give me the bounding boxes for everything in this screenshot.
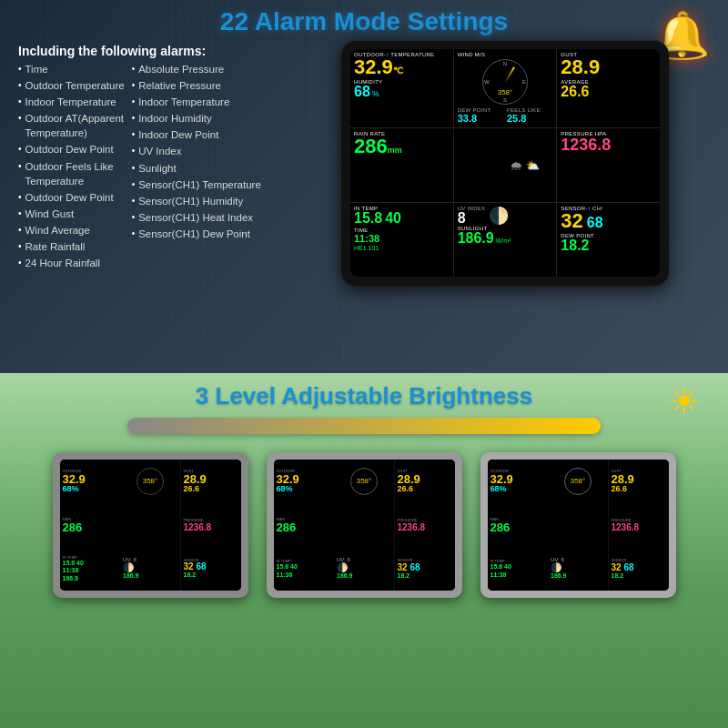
bottom-section: 3 Level Adjustable Brightness ☀ OUTDOOR … bbox=[0, 373, 728, 728]
list-item: •Wind Gust bbox=[18, 207, 125, 221]
sc-uv-1: UV: 8 🌓 186.9 bbox=[120, 547, 180, 591]
weather-cell: ☁ 🌤 🌧 ⛅ bbox=[454, 128, 557, 202]
sc-indoor-2: IN TEMP 15.8 40 11:38 bbox=[274, 547, 334, 591]
pressure-value: 1236.8 bbox=[561, 136, 656, 153]
list-item: •Indoor Humidity bbox=[132, 111, 261, 126]
alarm-col-2: •Absolute Pressure •Relative Pressure •I… bbox=[132, 62, 261, 270]
sc-gust-1: GUST 28.9 26.6 bbox=[181, 460, 241, 503]
sc-wind-1: 358° bbox=[120, 460, 180, 503]
small-display-1: OUTDOOR 32.9 68% 358° GUST 28.9 26.6 RAI… bbox=[60, 460, 241, 591]
sc-pressure-2: PRESSURE 1236.8 bbox=[395, 503, 455, 547]
sc-weather-1: ☁🌤 bbox=[120, 503, 180, 547]
sc-pressure-3: PRESSURE 1236.8 bbox=[609, 503, 669, 547]
sun-cloud-icon: 🌤 bbox=[491, 157, 506, 174]
sunlight-unit: W/m² bbox=[496, 238, 511, 244]
moon-icon: 🌓 bbox=[489, 206, 509, 226]
compass-e: E bbox=[522, 79, 526, 85]
sunlight-value: 186.9 bbox=[458, 231, 494, 246]
alarm-list: Including the following alarms: •Time •O… bbox=[9, 40, 282, 286]
sc-uv-2: UV: 8 🌓 186.9 bbox=[334, 547, 394, 591]
list-item: •Outdoor Feels LikeTemperature bbox=[18, 159, 125, 188]
brightness-bar-container bbox=[0, 418, 728, 434]
list-item: •Outdoor Dew Point bbox=[18, 142, 125, 157]
sun-icon: ☀ bbox=[668, 380, 701, 422]
compass-value: 358° bbox=[498, 88, 513, 96]
humidity-unit: % bbox=[372, 89, 379, 98]
sc-rain-1: RAIN 286 bbox=[60, 503, 120, 547]
small-device-2: OUTDOOR 32.9 68% 358° GUST 28.9 26.6 RAI… bbox=[267, 452, 462, 598]
weather-icon4: ⛅ bbox=[526, 159, 540, 172]
weather-station-device: OUTDOOR-↑ TEMPERATURE 32.9℃ HUMIDITY 68 … bbox=[341, 40, 669, 286]
small-device-3: OUTDOOR 32.9 68% 358° GUST 28.9 26.6 RAI… bbox=[480, 452, 676, 598]
sc-uv-3: UV: 8 🌓 186.9 bbox=[548, 547, 608, 591]
sc-wind-3: 358° bbox=[548, 460, 608, 503]
list-item: •Sensor(CH1) Dew Point bbox=[132, 227, 261, 241]
sc-gust-3: GUST 28.9 26.6 bbox=[609, 460, 669, 503]
list-item: •Sensor(CH1) Temperature bbox=[132, 177, 261, 192]
alarm-subtitle: Including the following alarms: bbox=[18, 44, 282, 58]
dew-value: 33.8 bbox=[458, 113, 503, 125]
list-item: •Indoor Dew Point bbox=[132, 127, 261, 142]
sc-indoor-3: IN TEMP 15.8 40 11:38 bbox=[488, 547, 548, 591]
sensor-dew-value: 18.2 bbox=[561, 238, 656, 253]
small-device-1: OUTDOOR 32.9 68% 358° GUST 28.9 26.6 RAI… bbox=[53, 452, 248, 598]
indoor-cell: IN TEMP 15.8 40 TIME 11:38 HE1 101 bbox=[350, 203, 453, 277]
device-container: OUTDOOR-↑ TEMPERATURE 32.9℃ HUMIDITY 68 … bbox=[291, 40, 719, 286]
list-item: •Sensor(CH1) Heat Index bbox=[132, 210, 261, 225]
sc-sensor-1: SENSOR 32 68 18.2 bbox=[181, 547, 241, 591]
list-item: •Wind Average bbox=[18, 223, 125, 238]
sc-outdoor-2: OUTDOOR 32.9 68% bbox=[274, 460, 334, 503]
humidity-value: 68 bbox=[354, 85, 370, 99]
gust-cell: GUST 28.9 AVERAGE 26.6 bbox=[557, 49, 660, 127]
top-section: 22 Alarm Mode Settings 🔔 Including the f… bbox=[0, 0, 728, 373]
sc-outdoor-1: OUTDOOR 32.9 68% bbox=[60, 460, 120, 503]
pressure-cell: PRESSURE hPa 1236.8 bbox=[557, 128, 660, 202]
list-item: •Sunlight bbox=[132, 161, 261, 176]
list-item: •Absolute Pressure bbox=[132, 62, 261, 76]
weather-icon3: 🌧 bbox=[510, 158, 522, 173]
sc-wind-2: 358° bbox=[334, 460, 394, 503]
list-item: •Rate Rainfall bbox=[18, 239, 125, 254]
small-display-3: OUTDOOR 32.9 68% 358° GUST 28.9 26.6 RAI… bbox=[488, 460, 669, 591]
content-row: Including the following alarms: •Time •O… bbox=[0, 40, 728, 286]
feels-value: 25.8 bbox=[507, 113, 552, 125]
devices-row: OUTDOOR 32.9 68% 358° GUST 28.9 26.6 RAI… bbox=[0, 452, 728, 598]
wind-cell: WIND m/s N S E W 358° DEW POINT bbox=[454, 49, 557, 127]
list-item: •Outdoor AT(ApparentTemperature) bbox=[18, 111, 125, 140]
sensor-cell: SENSOR-↑ CH↑ 32 68 DEW POINT 18.2 bbox=[557, 203, 660, 277]
sensor-temp: 32 bbox=[561, 211, 582, 231]
date-value: HE1 101 bbox=[354, 245, 450, 251]
outdoor-temp-value: 32.9℃ bbox=[354, 57, 450, 77]
rain-cell: RAIN RATE 286mm bbox=[350, 128, 453, 202]
list-item: •Outdoor Dew Point bbox=[18, 190, 125, 205]
sc-pressure-1: PRESSURE 1236.8 bbox=[181, 503, 241, 547]
compass: N S E W 358° bbox=[482, 59, 528, 105]
compass-arrow bbox=[504, 66, 515, 83]
in-humidity-value: 40 bbox=[385, 211, 401, 226]
uv-cell: UV INDEX 8 🌓 SUNLIGHT 186.9 W/m² bbox=[454, 203, 557, 277]
list-item: •Time bbox=[18, 62, 125, 76]
uv-value: 8 bbox=[458, 211, 486, 226]
alarm-col-1: •Time •Outdoor Temperature •Indoor Tempe… bbox=[18, 62, 125, 270]
alarm-title: 22 Alarm Mode Settings bbox=[0, 0, 728, 40]
brightness-title: 3 Level Adjustable Brightness bbox=[0, 373, 728, 410]
wind-label: WIND m/s bbox=[458, 52, 553, 57]
list-item: •24 Hour Rainfall bbox=[18, 256, 125, 270]
device-display: OUTDOOR-↑ TEMPERATURE 32.9℃ HUMIDITY 68 … bbox=[350, 49, 660, 277]
sc-outdoor-3: OUTDOOR 32.9 68% bbox=[488, 460, 548, 503]
sc-rain-2: RAIN 286 bbox=[274, 503, 334, 547]
cloud-icon: ☁ bbox=[470, 155, 488, 177]
time-value: 11:38 bbox=[354, 233, 450, 245]
sc-weather-3: ☁🌤 bbox=[548, 503, 608, 547]
gust-value: 28.9 bbox=[561, 57, 656, 77]
rain-value: 286mm bbox=[354, 136, 450, 157]
sc-sensor-2: SENSOR 32 68 18.2 bbox=[395, 547, 455, 591]
brightness-bar bbox=[127, 418, 601, 434]
small-display-2: OUTDOOR 32.9 68% 358° GUST 28.9 26.6 RAI… bbox=[274, 460, 455, 591]
sc-gust-2: GUST 28.9 26.6 bbox=[395, 460, 455, 503]
outdoor-temp-cell: OUTDOOR-↑ TEMPERATURE 32.9℃ HUMIDITY 68 … bbox=[350, 49, 453, 127]
list-item: •Indoor Temperature bbox=[18, 95, 125, 109]
sc-sensor-3: SENSOR 32 68 18.2 bbox=[609, 547, 669, 591]
list-item: •Relative Pressure bbox=[132, 78, 261, 93]
compass-n: N bbox=[503, 61, 507, 66]
